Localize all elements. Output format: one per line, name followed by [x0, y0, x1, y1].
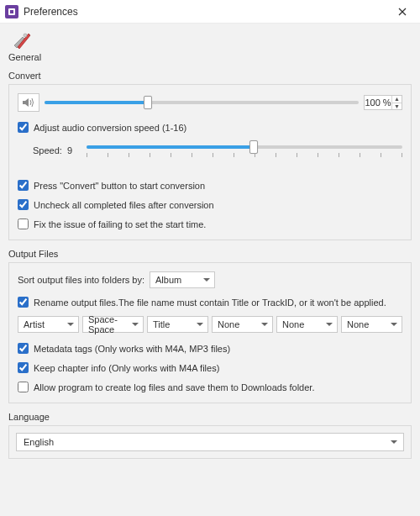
volume-row: 100 % ▲ ▼: [18, 93, 402, 112]
app-icon: [5, 5, 18, 18]
metadata-check[interactable]: [18, 343, 29, 354]
filename-part-4[interactable]: None: [276, 316, 338, 333]
sort-row: Sort output files into folders by: Album: [18, 271, 402, 288]
press-convert-checkbox[interactable]: Press "Convert" button to start conversi…: [18, 180, 402, 191]
close-button[interactable]: [390, 3, 415, 20]
rename-label: Rename output files.The file name must c…: [34, 297, 386, 308]
filename-part-5[interactable]: None: [341, 316, 402, 333]
press-convert-check[interactable]: [18, 180, 29, 191]
filename-parts-row: ArtistSpace-SpaceTitleNoneNoneNone: [18, 316, 402, 333]
uncheck-after-check[interactable]: [18, 199, 29, 210]
chevron-down-icon: [67, 323, 74, 326]
sort-select-value: Album: [155, 275, 181, 285]
tools-icon: [10, 30, 34, 50]
volume-percent[interactable]: 100 % ▲ ▼: [364, 95, 402, 110]
speed-slider[interactable]: [87, 141, 402, 160]
uncheck-after-label: Uncheck all completed files after conver…: [34, 200, 214, 210]
filename-part-value: Title: [153, 319, 170, 329]
filename-part-3[interactable]: None: [212, 316, 273, 333]
volume-spinner[interactable]: ▲ ▼: [391, 96, 402, 109]
chevron-down-icon: [132, 323, 139, 326]
volume-slider[interactable]: [45, 96, 359, 109]
speed-label: Speed: 9: [33, 145, 80, 155]
svg-rect-1: [10, 10, 13, 13]
filename-part-0[interactable]: Artist: [18, 316, 79, 333]
general-block: General: [8, 30, 412, 62]
svg-point-4: [24, 34, 27, 37]
language-title: Language: [8, 412, 412, 422]
rename-checkbox[interactable]: Rename output files.The file name must c…: [18, 297, 402, 308]
chapter-checkbox[interactable]: Keep chapter info (Only works with M4A f…: [18, 362, 402, 373]
chevron-down-icon: [197, 323, 203, 326]
convert-box: 100 % ▲ ▼ Adjust audio conversion speed …: [8, 84, 412, 240]
adjust-speed-check[interactable]: [18, 122, 29, 133]
chevron-down-icon: [391, 323, 397, 326]
speed-row: Speed: 9: [18, 141, 402, 160]
volume-spin-up[interactable]: ▲: [392, 96, 402, 103]
close-icon: [398, 8, 407, 16]
filename-part-value: None: [218, 319, 239, 329]
logs-label: Allow program to create log files and sa…: [34, 382, 314, 392]
output-title: Output Files: [8, 249, 412, 259]
window-title: Preferences: [24, 6, 390, 18]
fix-start-time-check[interactable]: [18, 219, 29, 229]
language-group: Language English: [8, 412, 412, 459]
volume-spin-down[interactable]: ▼: [392, 103, 402, 110]
uncheck-after-checkbox[interactable]: Uncheck all completed files after conver…: [18, 199, 402, 210]
volume-icon: [18, 93, 39, 112]
filename-part-1[interactable]: Space-Space: [82, 316, 144, 333]
language-value: English: [24, 437, 54, 447]
fix-start-time-label: Fix the issue of failing to set the star…: [34, 219, 206, 229]
filename-part-value: Space-Space: [88, 314, 128, 334]
fix-start-time-checkbox[interactable]: Fix the issue of failing to set the star…: [18, 219, 402, 229]
chevron-down-icon: [261, 323, 268, 326]
sort-label: Sort output files into folders by:: [18, 275, 144, 285]
chapter-label: Keep chapter info (Only works with M4A f…: [34, 363, 219, 373]
metadata-label: Metadata tags (Only works with M4A, MP3 …: [34, 344, 230, 354]
filename-part-value: None: [282, 319, 304, 329]
adjust-speed-checkbox[interactable]: Adjust audio conversion speed (1-16): [18, 122, 402, 133]
sort-select[interactable]: Album: [150, 271, 215, 288]
output-group: Output Files Sort output files into fold…: [8, 249, 412, 403]
language-box: English: [8, 425, 412, 459]
rename-check[interactable]: [18, 297, 29, 308]
logs-check[interactable]: [18, 382, 29, 392]
filename-part-value: Artist: [24, 319, 45, 329]
volume-percent-value: 100 %: [365, 96, 391, 109]
convert-title: Convert: [8, 71, 412, 81]
convert-group: Convert 100 % ▲: [8, 71, 412, 240]
press-convert-label: Press "Convert" button to start conversi…: [34, 181, 205, 191]
logs-checkbox[interactable]: Allow program to create log files and sa…: [18, 382, 402, 392]
general-label: General: [8, 52, 412, 62]
chevron-down-icon: [391, 440, 397, 444]
filename-part-2[interactable]: Title: [147, 316, 208, 333]
chevron-down-icon: [326, 323, 333, 326]
output-box: Sort output files into folders by: Album…: [8, 262, 412, 403]
chapter-check[interactable]: [18, 362, 29, 373]
chevron-down-icon: [203, 278, 210, 282]
filename-part-value: None: [347, 319, 369, 329]
language-select[interactable]: English: [16, 433, 404, 451]
metadata-checkbox[interactable]: Metadata tags (Only works with M4A, MP3 …: [18, 343, 402, 354]
adjust-speed-label: Adjust audio conversion speed (1-16): [34, 123, 186, 133]
content: General Convert 100 %: [0, 24, 420, 516]
titlebar: Preferences: [0, 0, 420, 24]
